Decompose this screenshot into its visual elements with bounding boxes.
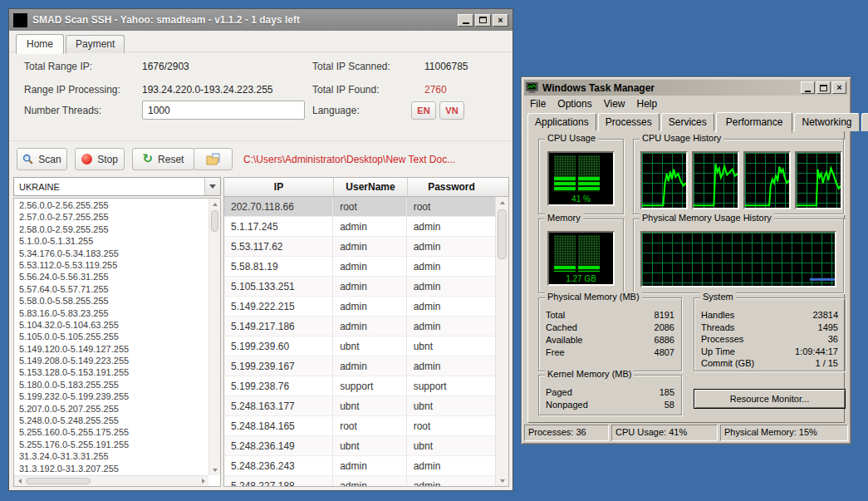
combobox-dropdown-button[interactable]	[204, 178, 220, 195]
smad-tab[interactable]: Payment	[66, 35, 125, 53]
close-button[interactable]: ×	[493, 14, 508, 27]
smad-tab[interactable]: Home	[16, 34, 64, 54]
maximize-button[interactable]	[475, 14, 491, 27]
scrollbar-thumb[interactable]	[498, 209, 507, 259]
minimize-button[interactable]	[458, 14, 473, 27]
ip-range-item[interactable]: 5.53.112.0-5.53.119.255	[14, 259, 208, 271]
table-row[interactable]: 5.53.117.62 admin admin	[224, 237, 495, 257]
maximize-button[interactable]	[817, 81, 831, 94]
total-ip-found-value: 2760	[424, 84, 447, 96]
table-row[interactable]: 5.199.239.167 admin admin	[224, 356, 495, 376]
task-manager-tab[interactable]: Services	[661, 113, 714, 131]
ip-list-horizontal-scrollbar[interactable]	[14, 475, 208, 486]
smad-titlebar[interactable]: SMAD Scan SSH - Yahoo: smadteam - v1.1.2…	[9, 9, 512, 31]
ip-range-item[interactable]: 2.58.0.0-2.59.255.255	[14, 223, 208, 235]
resource-monitor-button[interactable]: Resource Monitor...	[694, 389, 846, 409]
ip-range-item[interactable]: 5.153.128.0-5.153.191.255	[14, 366, 208, 378]
ip-range-item[interactable]: 31.3.24.0-31.3.31.255	[14, 450, 208, 462]
number-threads-input[interactable]	[142, 101, 305, 120]
ip-range-item[interactable]: 5.149.208.0-5.149.223.255	[14, 355, 208, 366]
task-manager-tab[interactable]: Networking	[794, 113, 859, 131]
menu-item[interactable]: Help	[631, 98, 664, 110]
task-manager-titlebar[interactable]: Windows Task Manager ×	[524, 80, 848, 96]
stat-label: Cached	[546, 322, 577, 334]
minimize-button[interactable]	[801, 81, 815, 94]
column-header-password[interactable]: Password	[408, 178, 495, 196]
scan-button[interactable]: Scan	[17, 148, 67, 170]
ip-range-panel: UKRAINE 2.56.0.0-2.56.255.2552.57.0.0-2.…	[13, 177, 221, 487]
table-row[interactable]: 5.248.236.243 admin admin	[224, 456, 495, 476]
column-header-username[interactable]: UserName	[334, 178, 408, 196]
menu-item[interactable]: File	[524, 98, 552, 110]
table-row[interactable]: 5.1.17.245 admin admin	[224, 217, 495, 237]
scrollbar-thumb[interactable]	[26, 478, 91, 484]
language-en-button[interactable]: EN	[411, 101, 436, 120]
stat-label: Total	[546, 309, 565, 322]
menu-item[interactable]: View	[598, 98, 631, 110]
ip-range-item[interactable]: 5.199.232.0-5.199.239.255	[14, 390, 208, 402]
ip-range-item[interactable]: 5.57.64.0-5.57.71.255	[14, 283, 208, 295]
menu-item[interactable]: Options	[552, 98, 597, 110]
table-row[interactable]: 5.248.184.165 root root	[224, 416, 495, 436]
ip-range-item[interactable]: 5.58.0.0-5.58.255.255	[14, 295, 208, 307]
table-row[interactable]: 5.248.227.188 admin admin	[224, 476, 495, 486]
ip-range-item[interactable]: 5.248.0.0-5.248.255.255	[14, 415, 208, 426]
country-combobox[interactable]: UKRAINE	[13, 177, 221, 196]
table-row[interactable]: 5.58.81.19 admin admin	[224, 257, 495, 277]
scroll-up-icon	[500, 201, 505, 204]
memory-group: Memory 1.27 GB	[538, 219, 624, 293]
stop-icon	[81, 154, 92, 165]
cell-password: ubnt	[407, 436, 495, 455]
range-ip-processing-label: Range IP Processing:	[24, 84, 120, 96]
table-row[interactable]: 5.105.133.251 admin admin	[224, 277, 495, 297]
ip-range-item[interactable]: 2.57.0.0-2.57.255.255	[14, 211, 208, 223]
scroll-down-icon	[500, 479, 505, 483]
ip-range-item[interactable]: 31.3.192.0-31.3.207.255	[14, 463, 208, 474]
ip-range-item[interactable]: 5.255.176.0-5.255.191.255	[14, 439, 208, 450]
task-manager-tab[interactable]: Applications	[527, 113, 596, 131]
ip-range-item[interactable]: 5.104.32.0-5.104.63.255	[14, 319, 208, 331]
total-ip-found-label: Total IP Found:	[312, 84, 380, 96]
ip-range-item[interactable]: 5.83.16.0-5.83.23.255	[14, 307, 208, 319]
stat-value: 23814	[812, 309, 838, 322]
ip-range-item[interactable]: 5.1.0.0-5.1.31.255	[14, 235, 208, 247]
ip-range-item[interactable]: 5.149.120.0-5.149.127.255	[14, 343, 208, 355]
cell-username: admin	[333, 237, 406, 256]
cell-ip: 5.105.133.251	[224, 277, 333, 296]
table-vertical-scrollbar[interactable]	[495, 197, 508, 486]
stat-row: Commit (GB)1 / 15	[701, 357, 838, 370]
task-manager-tab[interactable]: Users	[861, 113, 868, 131]
table-row[interactable]: 5.149.222.215 admin admin	[224, 297, 495, 317]
ip-range-item[interactable]: 2.56.0.0-2.56.255.255	[14, 199, 208, 211]
maximize-icon	[820, 85, 827, 91]
ip-range-item[interactable]: 5.56.24.0-5.56.31.255	[14, 271, 208, 282]
table-row[interactable]: 5.199.239.60 ubnt ubnt	[224, 336, 495, 356]
ip-range-item[interactable]: 5.207.0.0-5.207.255.255	[14, 403, 208, 415]
cpu-history-graph-1	[640, 151, 688, 209]
ip-range-item[interactable]: 5.180.0.0-5.183.255.255	[14, 379, 208, 390]
ip-range-item[interactable]: 5.105.0.0-5.105.255.255	[14, 331, 208, 342]
cell-ip: 202.70.118.66	[224, 197, 333, 216]
close-icon: ×	[836, 83, 841, 92]
language-vn-button[interactable]: VN	[439, 101, 464, 120]
table-row[interactable]: 5.149.217.186 admin admin	[224, 317, 495, 336]
table-row[interactable]: 5.248.163.177 ubnt ubnt	[224, 396, 495, 416]
table-row[interactable]: 202.70.118.66 root root	[224, 197, 495, 217]
open-file-button[interactable]	[194, 148, 233, 170]
results-table-rows: 202.70.118.66 root root 5.1.17.245 admin…	[224, 197, 495, 486]
ip-list-vertical-scrollbar[interactable]	[208, 199, 220, 475]
column-header-ip[interactable]: IP	[224, 178, 334, 196]
task-manager-tab[interactable]: Performance	[716, 112, 793, 133]
stat-value: 4807	[655, 346, 674, 359]
cell-password: admin	[407, 217, 495, 236]
reset-button[interactable]: ↻ Reset	[132, 148, 194, 170]
stat-row: Paged185	[546, 386, 674, 399]
table-row[interactable]: 5.248.236.149 ubnt ubnt	[224, 436, 495, 456]
ip-range-item[interactable]: 5.255.160.0-5.255.175.255	[14, 426, 208, 438]
ip-range-item[interactable]: 5.34.176.0-5.34.183.255	[14, 248, 208, 259]
task-manager-tab[interactable]: Processes	[598, 113, 660, 131]
close-button[interactable]: ×	[832, 81, 846, 94]
table-row[interactable]: 5.199.238.76 support support	[224, 376, 495, 396]
scrollbar-thumb[interactable]	[211, 210, 218, 232]
stop-button[interactable]: Stop	[75, 148, 125, 170]
